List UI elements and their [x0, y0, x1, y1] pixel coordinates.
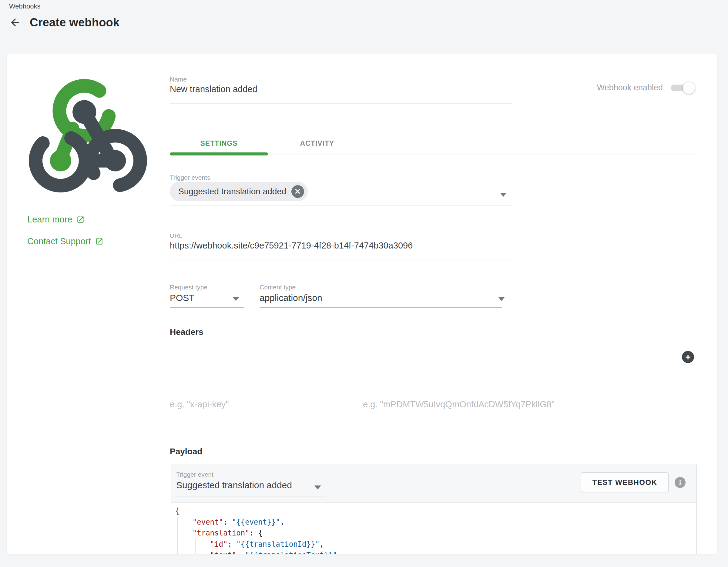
external-link-icon — [95, 237, 103, 246]
page-header: Create webhook — [8, 16, 119, 29]
info-icon[interactable]: i — [675, 477, 686, 488]
toggle-thumb — [683, 82, 695, 94]
webhook-card: Learn more Contact Support Name Webhook … — [7, 54, 717, 554]
url-input[interactable] — [170, 241, 534, 251]
tab-settings[interactable]: SETTINGS — [170, 133, 268, 153]
code-line: "event": "{{event}}", — [175, 517, 696, 528]
chip-label: Suggested translation added — [178, 187, 287, 196]
chevron-down-icon[interactable] — [233, 297, 239, 301]
content-type-select[interactable]: application/json — [260, 293, 322, 303]
tab-activity[interactable]: ACTIVITY — [268, 133, 366, 153]
trigger-event-label: Trigger event — [176, 471, 213, 478]
request-type-label: Request type — [170, 284, 207, 291]
payload-panel: Trigger event Suggested translation adde… — [171, 464, 697, 554]
contact-support-link[interactable]: Contact Support — [27, 237, 103, 247]
webhook-enabled-label: Webhook enabled — [597, 83, 663, 92]
name-label: Name — [170, 76, 187, 83]
trigger-events-label: Trigger events — [170, 174, 210, 181]
active-tab-indicator — [170, 153, 268, 156]
trigger-event-chip: Suggested translation added ✕ — [170, 182, 308, 201]
trigger-events-underline — [170, 206, 512, 206]
trigger-event-underline — [176, 496, 326, 496]
code-line: "translation": { — [175, 528, 696, 539]
request-type-select[interactable]: POST — [170, 293, 195, 303]
trigger-event-select[interactable]: Suggested translation added — [176, 480, 292, 490]
chevron-down-icon[interactable] — [500, 193, 507, 197]
test-webhook-button[interactable]: TEST WEBHOOK — [581, 472, 669, 492]
chevron-down-icon[interactable] — [498, 297, 505, 301]
contact-support-label: Contact Support — [27, 237, 91, 247]
webhook-enabled-toggle[interactable] — [671, 85, 694, 91]
external-link-icon — [76, 216, 85, 224]
plus-icon: + — [685, 352, 691, 361]
url-underline — [170, 259, 512, 260]
name-underline — [170, 103, 512, 104]
headers-title: Headers — [170, 327, 203, 337]
name-input[interactable] — [170, 84, 473, 94]
close-icon[interactable]: ✕ — [291, 185, 304, 198]
payload-code-editor[interactable]: { "event": "{{event}}", "translation": {… — [171, 502, 696, 554]
webhook-enabled-row: Webhook enabled — [597, 83, 694, 92]
webhook-logo-icon — [27, 75, 149, 194]
learn-more-label: Learn more — [27, 215, 72, 225]
trigger-events-field[interactable]: Suggested translation added ✕ — [170, 182, 308, 201]
indent-guide — [177, 517, 178, 554]
learn-more-link[interactable]: Learn more — [27, 215, 85, 225]
url-label: URL — [170, 232, 183, 240]
content-type-label: Content type — [260, 284, 296, 291]
header-value-input[interactable] — [363, 399, 662, 414]
request-type-underline — [170, 307, 244, 308]
back-button[interactable] — [8, 16, 22, 29]
code-line: "id": "{{translationId}}", — [175, 539, 696, 550]
back-arrow-icon — [9, 16, 21, 29]
indent-guide — [195, 539, 196, 554]
code-line: "text": "{{translationText}}", — [175, 550, 696, 554]
add-header-button[interactable]: + — [682, 351, 694, 363]
code-line: { — [175, 505, 696, 517]
content-type-underline — [260, 307, 502, 308]
page-title: Create webhook — [30, 16, 119, 29]
payload-title: Payload — [170, 447, 202, 456]
chevron-down-icon[interactable] — [314, 485, 321, 489]
breadcrumb[interactable]: Webhooks — [9, 2, 41, 10]
header-key-input[interactable] — [170, 399, 349, 414]
